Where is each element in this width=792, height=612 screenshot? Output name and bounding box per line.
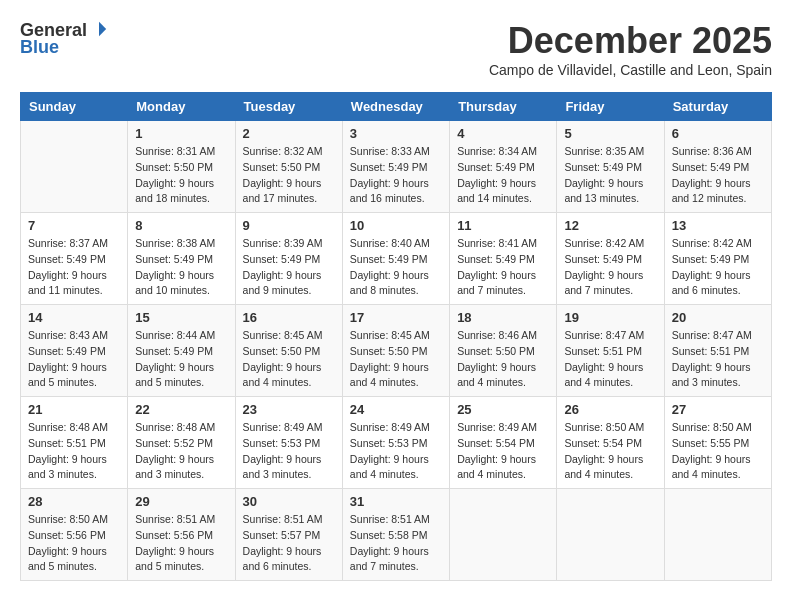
day-number: 27 — [672, 402, 764, 417]
day-number: 2 — [243, 126, 335, 141]
calendar-cell: 21Sunrise: 8:48 AMSunset: 5:51 PMDayligh… — [21, 397, 128, 489]
week-row-2: 14Sunrise: 8:43 AMSunset: 5:49 PMDayligh… — [21, 305, 772, 397]
day-number: 21 — [28, 402, 120, 417]
calendar-cell: 24Sunrise: 8:49 AMSunset: 5:53 PMDayligh… — [342, 397, 449, 489]
day-info: Sunrise: 8:47 AMSunset: 5:51 PMDaylight:… — [564, 328, 656, 391]
calendar-cell — [664, 489, 771, 581]
col-header-monday: Monday — [128, 93, 235, 121]
day-number: 3 — [350, 126, 442, 141]
calendar-cell: 25Sunrise: 8:49 AMSunset: 5:54 PMDayligh… — [450, 397, 557, 489]
day-info: Sunrise: 8:31 AMSunset: 5:50 PMDaylight:… — [135, 144, 227, 207]
calendar-cell: 31Sunrise: 8:51 AMSunset: 5:58 PMDayligh… — [342, 489, 449, 581]
calendar-cell: 20Sunrise: 8:47 AMSunset: 5:51 PMDayligh… — [664, 305, 771, 397]
calendar-cell: 3Sunrise: 8:33 AMSunset: 5:49 PMDaylight… — [342, 121, 449, 213]
day-number: 6 — [672, 126, 764, 141]
calendar-cell: 11Sunrise: 8:41 AMSunset: 5:49 PMDayligh… — [450, 213, 557, 305]
col-header-thursday: Thursday — [450, 93, 557, 121]
day-number: 18 — [457, 310, 549, 325]
day-info: Sunrise: 8:34 AMSunset: 5:49 PMDaylight:… — [457, 144, 549, 207]
day-number: 9 — [243, 218, 335, 233]
calendar-cell: 26Sunrise: 8:50 AMSunset: 5:54 PMDayligh… — [557, 397, 664, 489]
col-header-saturday: Saturday — [664, 93, 771, 121]
logo-icon — [90, 20, 108, 38]
calendar-cell: 15Sunrise: 8:44 AMSunset: 5:49 PMDayligh… — [128, 305, 235, 397]
day-info: Sunrise: 8:37 AMSunset: 5:49 PMDaylight:… — [28, 236, 120, 299]
day-number: 11 — [457, 218, 549, 233]
calendar-cell: 8Sunrise: 8:38 AMSunset: 5:49 PMDaylight… — [128, 213, 235, 305]
week-row-1: 7Sunrise: 8:37 AMSunset: 5:49 PMDaylight… — [21, 213, 772, 305]
day-info: Sunrise: 8:48 AMSunset: 5:52 PMDaylight:… — [135, 420, 227, 483]
calendar-table: SundayMondayTuesdayWednesdayThursdayFrid… — [20, 92, 772, 581]
page-container: General Blue December 2025 Campo de Vill… — [20, 20, 772, 581]
day-number: 4 — [457, 126, 549, 141]
calendar-cell: 16Sunrise: 8:45 AMSunset: 5:50 PMDayligh… — [235, 305, 342, 397]
header: General Blue December 2025 Campo de Vill… — [20, 20, 772, 88]
calendar-cell: 27Sunrise: 8:50 AMSunset: 5:55 PMDayligh… — [664, 397, 771, 489]
col-header-sunday: Sunday — [21, 93, 128, 121]
day-info: Sunrise: 8:32 AMSunset: 5:50 PMDaylight:… — [243, 144, 335, 207]
calendar-cell: 13Sunrise: 8:42 AMSunset: 5:49 PMDayligh… — [664, 213, 771, 305]
calendar-cell: 6Sunrise: 8:36 AMSunset: 5:49 PMDaylight… — [664, 121, 771, 213]
day-info: Sunrise: 8:45 AMSunset: 5:50 PMDaylight:… — [243, 328, 335, 391]
day-number: 5 — [564, 126, 656, 141]
day-number: 7 — [28, 218, 120, 233]
day-number: 30 — [243, 494, 335, 509]
calendar-cell — [21, 121, 128, 213]
day-number: 29 — [135, 494, 227, 509]
day-number: 23 — [243, 402, 335, 417]
day-info: Sunrise: 8:42 AMSunset: 5:49 PMDaylight:… — [672, 236, 764, 299]
day-number: 14 — [28, 310, 120, 325]
day-info: Sunrise: 8:35 AMSunset: 5:49 PMDaylight:… — [564, 144, 656, 207]
day-number: 16 — [243, 310, 335, 325]
month-title: December 2025 — [489, 20, 772, 62]
day-info: Sunrise: 8:42 AMSunset: 5:49 PMDaylight:… — [564, 236, 656, 299]
calendar-cell: 10Sunrise: 8:40 AMSunset: 5:49 PMDayligh… — [342, 213, 449, 305]
calendar-cell: 22Sunrise: 8:48 AMSunset: 5:52 PMDayligh… — [128, 397, 235, 489]
day-info: Sunrise: 8:43 AMSunset: 5:49 PMDaylight:… — [28, 328, 120, 391]
day-info: Sunrise: 8:45 AMSunset: 5:50 PMDaylight:… — [350, 328, 442, 391]
calendar-cell: 5Sunrise: 8:35 AMSunset: 5:49 PMDaylight… — [557, 121, 664, 213]
day-number: 20 — [672, 310, 764, 325]
day-info: Sunrise: 8:48 AMSunset: 5:51 PMDaylight:… — [28, 420, 120, 483]
day-info: Sunrise: 8:51 AMSunset: 5:56 PMDaylight:… — [135, 512, 227, 575]
day-info: Sunrise: 8:39 AMSunset: 5:49 PMDaylight:… — [243, 236, 335, 299]
day-info: Sunrise: 8:36 AMSunset: 5:49 PMDaylight:… — [672, 144, 764, 207]
col-header-friday: Friday — [557, 93, 664, 121]
day-info: Sunrise: 8:38 AMSunset: 5:49 PMDaylight:… — [135, 236, 227, 299]
day-number: 17 — [350, 310, 442, 325]
subtitle: Campo de Villavidel, Castille and Leon, … — [489, 62, 772, 78]
day-number: 10 — [350, 218, 442, 233]
logo-blue: Blue — [20, 37, 59, 58]
day-number: 28 — [28, 494, 120, 509]
calendar-cell: 30Sunrise: 8:51 AMSunset: 5:57 PMDayligh… — [235, 489, 342, 581]
day-info: Sunrise: 8:33 AMSunset: 5:49 PMDaylight:… — [350, 144, 442, 207]
day-info: Sunrise: 8:46 AMSunset: 5:50 PMDaylight:… — [457, 328, 549, 391]
calendar-cell: 4Sunrise: 8:34 AMSunset: 5:49 PMDaylight… — [450, 121, 557, 213]
day-number: 25 — [457, 402, 549, 417]
day-info: Sunrise: 8:51 AMSunset: 5:57 PMDaylight:… — [243, 512, 335, 575]
day-number: 1 — [135, 126, 227, 141]
calendar-cell: 9Sunrise: 8:39 AMSunset: 5:49 PMDaylight… — [235, 213, 342, 305]
calendar-cell: 28Sunrise: 8:50 AMSunset: 5:56 PMDayligh… — [21, 489, 128, 581]
calendar-cell: 23Sunrise: 8:49 AMSunset: 5:53 PMDayligh… — [235, 397, 342, 489]
header-row: SundayMondayTuesdayWednesdayThursdayFrid… — [21, 93, 772, 121]
calendar-cell: 2Sunrise: 8:32 AMSunset: 5:50 PMDaylight… — [235, 121, 342, 213]
week-row-0: 1Sunrise: 8:31 AMSunset: 5:50 PMDaylight… — [21, 121, 772, 213]
calendar-cell: 1Sunrise: 8:31 AMSunset: 5:50 PMDaylight… — [128, 121, 235, 213]
day-number: 13 — [672, 218, 764, 233]
col-header-tuesday: Tuesday — [235, 93, 342, 121]
col-header-wednesday: Wednesday — [342, 93, 449, 121]
day-info: Sunrise: 8:49 AMSunset: 5:54 PMDaylight:… — [457, 420, 549, 483]
day-number: 22 — [135, 402, 227, 417]
day-info: Sunrise: 8:44 AMSunset: 5:49 PMDaylight:… — [135, 328, 227, 391]
calendar-cell: 17Sunrise: 8:45 AMSunset: 5:50 PMDayligh… — [342, 305, 449, 397]
day-info: Sunrise: 8:50 AMSunset: 5:56 PMDaylight:… — [28, 512, 120, 575]
day-number: 24 — [350, 402, 442, 417]
day-number: 8 — [135, 218, 227, 233]
calendar-cell — [557, 489, 664, 581]
day-info: Sunrise: 8:49 AMSunset: 5:53 PMDaylight:… — [350, 420, 442, 483]
week-row-4: 28Sunrise: 8:50 AMSunset: 5:56 PMDayligh… — [21, 489, 772, 581]
week-row-3: 21Sunrise: 8:48 AMSunset: 5:51 PMDayligh… — [21, 397, 772, 489]
logo: General Blue — [20, 20, 108, 58]
title-block: December 2025 Campo de Villavidel, Casti… — [489, 20, 772, 88]
